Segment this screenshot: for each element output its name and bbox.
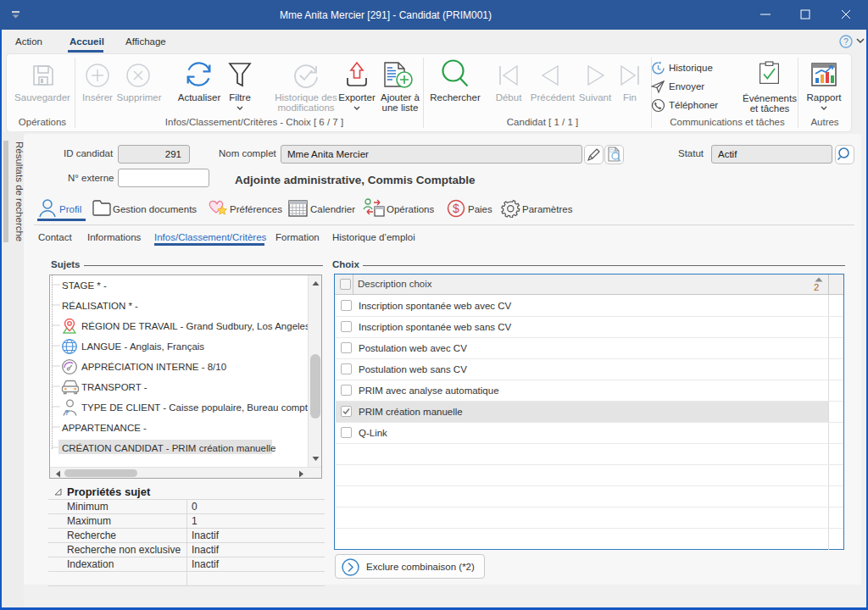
svg-text:?: ? bbox=[64, 408, 70, 416]
svg-text:$: $ bbox=[453, 202, 459, 215]
svg-text:?: ? bbox=[843, 37, 849, 47]
